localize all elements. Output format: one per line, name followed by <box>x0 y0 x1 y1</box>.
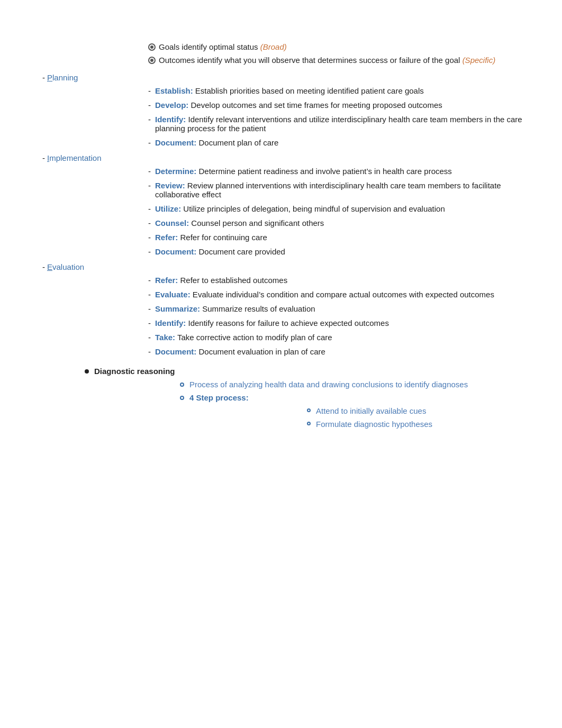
implementation-header: - Implementation <box>42 153 530 162</box>
four-step-item: 4 Step process: <box>180 393 530 402</box>
evaluation-sub-items: - Refer: Refer to established outcomes -… <box>148 276 530 356</box>
eval-take: - Take: Take corrective action to modify… <box>148 333 530 342</box>
eval-refer: - Refer: Refer to established outcomes <box>148 276 530 285</box>
step-1-item: Attend to initially available cues <box>307 406 530 415</box>
evaluation-section: - Evaluation - Refer: Refer to establish… <box>42 262 530 356</box>
implementation-dash: - <box>42 153 45 162</box>
evaluation-label: Evaluation <box>47 262 84 271</box>
step-1-bullet <box>307 408 311 412</box>
planning-header: - Planning <box>42 73 530 82</box>
diagnostic-nested: Process of analyzing health data and dra… <box>180 380 530 429</box>
step-2-item: Formulate diagnostic hypotheses <box>307 420 530 429</box>
planning-dash: - <box>42 73 45 82</box>
diagnostic-reasoning-section: Diagnostic reasoning Process of analyzin… <box>85 367 530 429</box>
radio-icon-outcomes <box>148 57 156 64</box>
impl-determine: - Determine: Determine patient readiness… <box>148 167 530 176</box>
radio-item-goals: Goals identify optimal status (Broad) <box>148 42 530 51</box>
planning-develop: - Develop: Develop outcomes and set time… <box>148 101 530 110</box>
implementation-sub-items: - Determine: Determine patient readiness… <box>148 167 530 256</box>
radio-section: Goals identify optimal status (Broad) Ou… <box>148 42 530 65</box>
impl-utilize: - Utilize: Utilize principles of delegat… <box>148 204 530 213</box>
planning-label: Planning <box>47 73 78 82</box>
planning-sub-items: - Establish: Establish priorities based … <box>148 86 530 147</box>
impl-document: - Document: Document care provided <box>148 247 530 256</box>
planning-section: - Planning - Establish: Establish priori… <box>42 73 530 147</box>
step-2-bullet <box>307 422 311 425</box>
impl-review: - Review: Review planned interventions w… <box>148 181 530 199</box>
four-step-steps: Attend to initially available cues Formu… <box>307 406 530 429</box>
eval-summarize: - Summarize: Summarize results of evalua… <box>148 304 530 313</box>
impl-counsel: - Counsel: Counsel person and significan… <box>148 219 530 228</box>
radio-icon-goals <box>148 43 156 51</box>
radio-goals-text: Goals identify optimal status (Broad) <box>159 42 287 51</box>
impl-refer: - Refer: Refer for continuing care <box>148 233 530 242</box>
implementation-section: - Implementation - Determine: Determine … <box>42 153 530 256</box>
diagnostic-header-item: Diagnostic reasoning <box>85 367 530 376</box>
diagnostic-header: Diagnostic reasoning <box>94 367 175 376</box>
planning-establish: - Establish: Establish priorities based … <box>148 86 530 95</box>
eval-evaluate: - Evaluate: Evaluate individual’s condit… <box>148 290 530 299</box>
radio-outcomes-text: Outcomes identify what you will observe … <box>159 56 495 65</box>
diagnostic-bullet-dot <box>85 369 89 374</box>
radio-item-outcomes: Outcomes identify what you will observe … <box>148 56 530 65</box>
diagnostic-description: Process of analyzing health data and dra… <box>189 380 468 389</box>
diagnostic-description-item: Process of analyzing health data and dra… <box>180 380 530 389</box>
eval-document: - Document: Document evaluation in plan … <box>148 347 530 356</box>
planning-document: - Document: Document plan of care <box>148 138 530 147</box>
step-2-text: Formulate diagnostic hypotheses <box>316 420 432 429</box>
evaluation-dash: - <box>42 262 45 271</box>
step-1-text: Attend to initially available cues <box>316 406 426 415</box>
four-step-bullet <box>180 396 184 400</box>
four-step-label: 4 Step process: <box>189 393 249 402</box>
diagnostic-desc-bullet <box>180 383 184 387</box>
implementation-label: Implementation <box>47 153 102 162</box>
planning-identify: - Identify: Identify relevant interventi… <box>148 115 530 133</box>
eval-identify: - Identify: Identify reasons for failure… <box>148 319 530 327</box>
evaluation-header: - Evaluation <box>42 262 530 271</box>
